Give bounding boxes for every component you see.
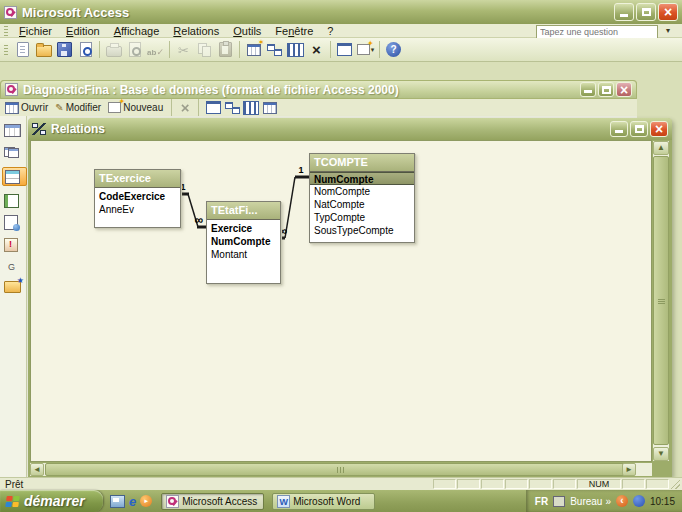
database-window-icon[interactable] (334, 39, 355, 60)
help-icon[interactable] (383, 39, 404, 60)
field-row[interactable]: NumCompte (207, 235, 280, 248)
all-relationships-icon[interactable] (285, 39, 306, 60)
maximize-icon[interactable] (636, 3, 656, 21)
close-icon[interactable] (658, 3, 678, 21)
resize-grip[interactable] (670, 479, 680, 489)
rel-maximize-icon[interactable] (630, 121, 648, 137)
db-minimize-icon[interactable] (580, 82, 596, 97)
pages-icon[interactable] (4, 215, 21, 230)
desktop-band-label[interactable]: Bureau (570, 496, 602, 507)
menu-fenetre[interactable]: Fenêtre (268, 25, 320, 37)
queries-icon[interactable] (4, 145, 21, 160)
start-button[interactable]: démarrer (0, 490, 103, 512)
horizontal-scrollbar[interactable]: ◄ ► (30, 463, 652, 476)
save-icon[interactable] (54, 39, 75, 60)
reports-icon[interactable] (4, 193, 21, 208)
table-header[interactable]: TEtatFi... (207, 202, 280, 220)
cardinality-one-label: 1 (180, 182, 185, 192)
delete-icon[interactable] (306, 39, 327, 60)
table-tcompte[interactable]: TCOMPTE NumCompte NomCompte NatCompte Ty… (309, 153, 415, 243)
field-row[interactable]: SousTypeCompte (310, 224, 414, 237)
large-icons-view-icon[interactable] (205, 97, 221, 118)
menubar-grip[interactable] (4, 25, 8, 36)
macros-icon[interactable] (4, 237, 21, 252)
db-close-icon[interactable] (616, 82, 632, 97)
internet-explorer-icon[interactable]: e (129, 495, 136, 508)
table-tetatfi[interactable]: TEtatFi... Exercice NumCompte Montant (206, 201, 281, 284)
minimize-icon[interactable] (614, 3, 634, 21)
open-icon[interactable] (33, 39, 54, 60)
ask-question-field[interactable] (537, 27, 657, 37)
menu-affichage[interactable]: Affichage (107, 25, 167, 37)
scroll-down-icon[interactable]: ▼ (653, 447, 669, 461)
cardinality-many-label: ∞ (195, 213, 204, 227)
windows-flag-icon (5, 496, 20, 507)
show-desktop-icon[interactable] (110, 495, 125, 508)
db-maximize-icon[interactable] (598, 82, 614, 97)
tables-icon[interactable] (4, 123, 21, 138)
vertical-scroll-thumb[interactable] (653, 156, 669, 445)
new-object-button[interactable]: Nouveau (106, 102, 165, 113)
table-header[interactable]: TCOMPTE (310, 154, 414, 172)
toolbar-grip[interactable] (4, 44, 8, 55)
hide-icons-icon[interactable]: ‹ (616, 495, 628, 507)
taskbar-button-word[interactable]: Microsoft Word (272, 493, 375, 510)
show-table-icon[interactable] (243, 39, 264, 60)
rel-close-icon[interactable] (650, 121, 668, 137)
forms-icon[interactable] (2, 167, 27, 186)
taskbar: démarrer e ▸ Microsoft Access Microsoft … (0, 490, 682, 512)
relations-titlebar[interactable]: Relations (28, 118, 672, 140)
menu-relations[interactable]: Relations (166, 25, 226, 37)
band-chevron[interactable]: » (605, 496, 611, 507)
scroll-right-icon[interactable]: ► (622, 463, 636, 476)
horizontal-scroll-thumb[interactable] (45, 463, 635, 476)
new-object-icon[interactable]: ▾ (355, 39, 376, 60)
table-header[interactable]: TExercice (95, 170, 180, 188)
groups-label: G (8, 262, 26, 272)
rel-minimize-icon[interactable] (610, 121, 628, 137)
open-object-button[interactable]: Ouvrir (3, 102, 50, 114)
direct-relationships-icon[interactable] (264, 39, 285, 60)
status-cell (505, 479, 528, 489)
relations-window-icon (32, 123, 46, 135)
favorites-folder-icon[interactable] (4, 279, 21, 294)
list-view-icon[interactable] (243, 97, 259, 118)
menu-fichier[interactable]: Fichier (12, 25, 59, 37)
language-indicator[interactable]: FR (535, 496, 548, 507)
system-tray: FR Bureau » ‹ 10:15 (526, 490, 682, 512)
tray-status-icon[interactable] (633, 495, 645, 507)
keyboard-icon[interactable] (553, 496, 565, 507)
file-search-icon[interactable] (75, 39, 96, 60)
menu-aide[interactable]: ? (320, 25, 340, 37)
num-lock-indicator: NUM (577, 479, 621, 489)
field-row-selected[interactable]: NumCompte (310, 172, 414, 185)
question-dropdown-icon[interactable]: ▾ (666, 26, 670, 35)
new-icon[interactable] (12, 39, 33, 60)
table-texercice[interactable]: TExercice CodeExercice AnneEv (94, 169, 181, 228)
vertical-scrollbar[interactable]: ▲ ▼ (653, 141, 669, 461)
field-row[interactable]: TypCompte (310, 211, 414, 224)
modify-object-button[interactable]: ✎ Modifier (53, 102, 103, 113)
scroll-up-icon[interactable]: ▲ (653, 141, 669, 155)
scroll-left-icon[interactable]: ◄ (30, 463, 44, 476)
field-row[interactable]: NatCompte (310, 198, 414, 211)
database-window-titlebar[interactable]: DiagnosticFina : Base de données (format… (0, 80, 637, 99)
ask-question-input[interactable] (536, 25, 658, 39)
cut-icon (173, 39, 194, 60)
media-player-icon[interactable]: ▸ (140, 495, 152, 507)
field-row[interactable]: CodeExercice (95, 190, 180, 203)
toolbar-separator (171, 99, 172, 116)
field-row[interactable]: NomCompte (310, 185, 414, 198)
relations-canvas[interactable]: 1 ∞ 1 ∞ TExercice CodeExercice AnneEv TE… (30, 140, 652, 462)
copy-icon (194, 39, 215, 60)
field-row[interactable]: AnneEv (95, 203, 180, 216)
field-row[interactable]: Montant (207, 248, 280, 261)
small-icons-view-icon[interactable] (224, 97, 240, 118)
details-view-icon[interactable] (262, 97, 278, 118)
field-row[interactable]: Exercice (207, 222, 280, 235)
menu-edition[interactable]: Edition (59, 25, 107, 37)
table-field-list: Exercice NumCompte Montant (207, 220, 280, 283)
menu-outils[interactable]: Outils (226, 25, 268, 37)
taskbar-button-access[interactable]: Microsoft Access (161, 493, 264, 510)
menubar: Fichier Edition Affichage Relations Outi… (0, 24, 682, 38)
